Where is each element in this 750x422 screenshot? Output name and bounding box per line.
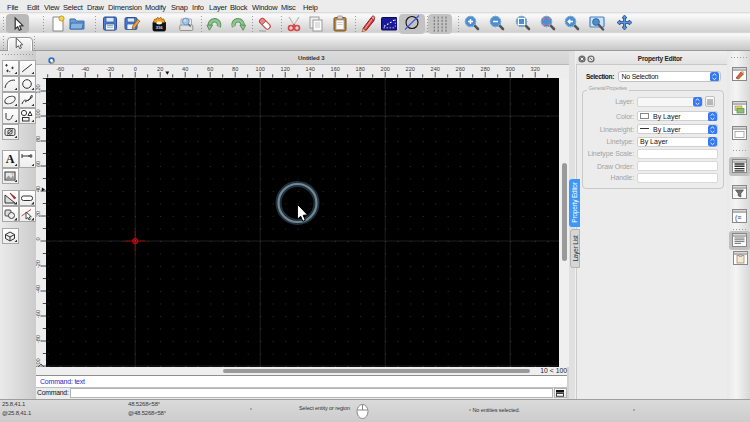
svg-text:-20: -20 (36, 259, 41, 267)
svg-text:160: 160 (331, 66, 340, 72)
svg-text:-80: -80 (36, 334, 41, 342)
svg-text:280: 280 (481, 66, 490, 72)
svg-text:320: 320 (531, 66, 540, 72)
svg-text:0: 0 (36, 237, 41, 240)
svg-text:-40: -40 (36, 284, 41, 292)
svg-text:100: 100 (36, 109, 41, 118)
svg-text:20: 20 (157, 66, 163, 72)
svg-text:300: 300 (506, 66, 515, 72)
svg-text:200: 200 (381, 66, 390, 72)
svg-text:60: 60 (207, 66, 213, 72)
svg-text:-60: -60 (36, 309, 41, 317)
svg-text:120: 120 (281, 66, 290, 72)
svg-text:-40: -40 (81, 66, 89, 72)
svg-text:120: 120 (36, 84, 41, 93)
svg-text:40: 40 (36, 185, 41, 191)
svg-text:60: 60 (36, 160, 41, 166)
svg-text:-20: -20 (106, 66, 114, 72)
svg-text:20: 20 (36, 210, 41, 216)
svg-text:180: 180 (356, 66, 365, 72)
svg-text:(≡: (≡ (735, 214, 741, 222)
svg-text:240: 240 (431, 66, 440, 72)
svg-text:80: 80 (232, 66, 238, 72)
svg-text:316: 316 (156, 25, 163, 30)
svg-text:80: 80 (36, 135, 41, 141)
svg-text:100: 100 (256, 66, 265, 72)
svg-text:-60: -60 (56, 66, 64, 72)
svg-text:260: 260 (456, 66, 465, 72)
svg-text:0: 0 (134, 66, 137, 72)
svg-text:220: 220 (406, 66, 415, 72)
svg-text:40: 40 (182, 66, 188, 72)
svg-text:140: 140 (306, 66, 315, 72)
